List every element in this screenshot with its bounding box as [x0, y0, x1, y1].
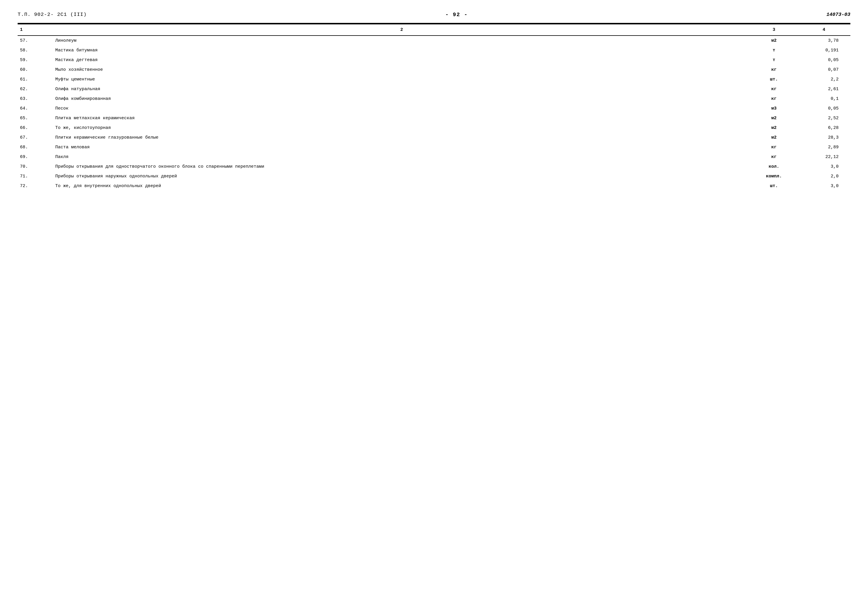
row-unit: м2: [750, 123, 797, 133]
row-qty: 3,0: [797, 162, 850, 172]
row-number: 68.: [18, 143, 53, 152]
row-number: 61.: [18, 75, 53, 84]
row-qty: 6,28: [797, 123, 850, 133]
row-qty: 2,2: [797, 75, 850, 84]
row-name: Паста меловая: [53, 143, 750, 152]
row-number: 71.: [18, 172, 53, 181]
row-unit: м2: [750, 113, 797, 123]
col2-header: 2: [53, 24, 750, 35]
table-row: 72.То же, для внутренних однопольных две…: [18, 181, 850, 191]
row-number: 69.: [18, 152, 53, 162]
row-qty: 0,191: [797, 46, 850, 55]
table-row: 62.Олифа натуральнаякг2,61: [18, 84, 850, 94]
table-row: 64.Песокм30,05: [18, 104, 850, 113]
row-name: То же, кислотоупорная: [53, 123, 750, 133]
row-unit: т: [750, 55, 797, 65]
row-number: 67.: [18, 133, 53, 143]
row-number: 66.: [18, 123, 53, 133]
table-row: 58.Мастика битумнаят0,191: [18, 46, 850, 55]
row-qty: 3,0: [797, 181, 850, 191]
row-qty: 0,1: [797, 94, 850, 104]
row-unit: кг: [750, 65, 797, 75]
row-number: 60.: [18, 65, 53, 75]
table-row: 60.Мыло хозяйственноекг0,07: [18, 65, 850, 75]
table-row: 69.Паклякг22,12: [18, 152, 850, 162]
page-header: Т.П. 902-2- 2С1 (III) - 92 - 14073-03: [18, 12, 850, 18]
row-name: Олифа комбинированная: [53, 94, 750, 104]
table-row: 61.Муфты цементныешт.2,2: [18, 75, 850, 84]
row-unit: кг: [750, 143, 797, 152]
table-row: 66.То же, кислотоупорнаям26,28: [18, 123, 850, 133]
row-qty: 2,89: [797, 143, 850, 152]
table-row: 63.Олифа комбинированнаякг0,1: [18, 94, 850, 104]
row-number: 59.: [18, 55, 53, 65]
row-unit: компл.: [750, 172, 797, 181]
table-row: 71.Приборы открывания наружных однопольн…: [18, 172, 850, 181]
row-name: Песок: [53, 104, 750, 113]
table-row: 67.Плитки керамические глазурованные бел…: [18, 133, 850, 143]
row-qty: 2,52: [797, 113, 850, 123]
col1-header: 1: [18, 24, 53, 35]
row-name: Олифа натуральная: [53, 84, 750, 94]
row-name: Муфты цементные: [53, 75, 750, 84]
header-left: Т.П. 902-2- 2С1 (III): [18, 12, 87, 17]
row-name: Приборы открывания наружных однопольных …: [53, 172, 750, 181]
row-name: Мастика битумная: [53, 46, 750, 55]
row-number: 65.: [18, 113, 53, 123]
col4-header: 4: [797, 24, 850, 35]
col3-header: 3: [750, 24, 797, 35]
row-qty: 0,05: [797, 104, 850, 113]
row-qty: 0,05: [797, 55, 850, 65]
row-name: То же, для внутренних однопольных дверей: [53, 181, 750, 191]
row-unit: м2: [750, 35, 797, 46]
row-qty: 3,78: [797, 35, 850, 46]
table-row: 59.Мастика дегтеваят0,05: [18, 55, 850, 65]
main-table: 1 2 3 4 57.Линолеумм23,7858.Мастика биту…: [18, 24, 850, 191]
row-number: 57.: [18, 35, 53, 46]
row-qty: 28,3: [797, 133, 850, 143]
row-name: Мыло хозяйственное: [53, 65, 750, 75]
row-unit: кг: [750, 94, 797, 104]
column-header-row: 1 2 3 4: [18, 24, 850, 35]
row-number: 64.: [18, 104, 53, 113]
row-name: Плитка метлахская керамическая: [53, 113, 750, 123]
row-qty: 2,61: [797, 84, 850, 94]
row-number: 58.: [18, 46, 53, 55]
row-number: 72.: [18, 181, 53, 191]
row-name: Плитки керамические глазурованные белые: [53, 133, 750, 143]
row-name: Пакля: [53, 152, 750, 162]
row-name: Линолеум: [53, 35, 750, 46]
row-unit: кол.: [750, 162, 797, 172]
row-unit: т: [750, 46, 797, 55]
row-qty: 22,12: [797, 152, 850, 162]
row-number: 70.: [18, 162, 53, 172]
row-unit: кг: [750, 84, 797, 94]
row-qty: 0,07: [797, 65, 850, 75]
row-unit: шт.: [750, 75, 797, 84]
header-center: - 92 -: [445, 12, 468, 18]
row-qty: 2,0: [797, 172, 850, 181]
row-unit: м3: [750, 104, 797, 113]
row-unit: кг: [750, 152, 797, 162]
row-number: 63.: [18, 94, 53, 104]
row-number: 62.: [18, 84, 53, 94]
table-row: 57.Линолеумм23,78: [18, 35, 850, 46]
header-right: 14073-03: [826, 12, 850, 17]
table-row: 65.Плитка метлахская керамическаям22,52: [18, 113, 850, 123]
row-name: Мастика дегтевая: [53, 55, 750, 65]
row-unit: м2: [750, 133, 797, 143]
row-unit: шт.: [750, 181, 797, 191]
table-row: 68.Паста меловаякг2,89: [18, 143, 850, 152]
table-row: 70.Приборы открывания для одностворчатог…: [18, 162, 850, 172]
row-name: Приборы открывания для одностворчатого о…: [53, 162, 750, 172]
